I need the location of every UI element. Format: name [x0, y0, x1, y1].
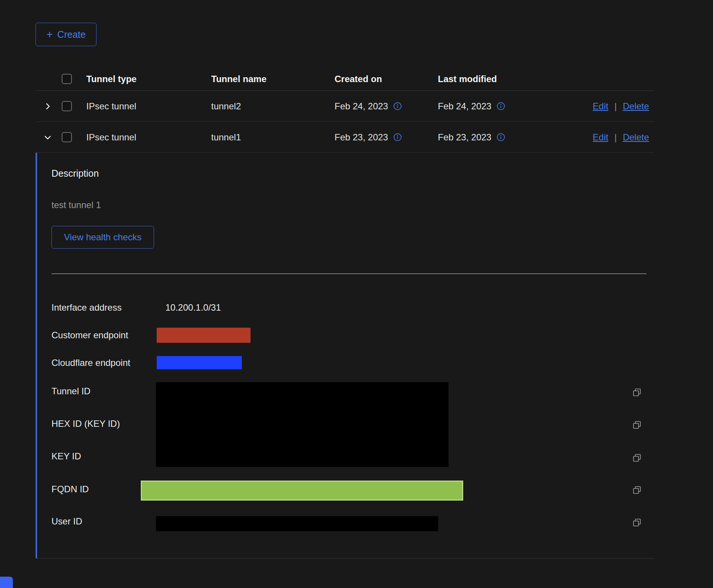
chevron-right-icon: [44, 102, 52, 110]
header-created-on: Created on: [335, 74, 438, 84]
description-label: Description: [51, 167, 99, 179]
copy-icon: [632, 517, 642, 528]
tunnels-table: Tunnel type Tunnel name Created on Last …: [36, 67, 654, 558]
cell-actions: Edit | Delete: [541, 132, 654, 143]
copy-icon: [632, 485, 642, 495]
hex-id-label: HEX ID (KEY ID): [51, 418, 120, 430]
chevron-down-icon: [44, 133, 52, 142]
help-widget-partial[interactable]: [0, 577, 13, 588]
create-button-label: Create: [57, 29, 86, 40]
expand-row-button[interactable]: [36, 102, 60, 110]
key-id-label: KEY ID: [51, 450, 81, 462]
plus-icon: +: [47, 29, 53, 40]
view-health-checks-button[interactable]: View health checks: [51, 226, 154, 249]
cell-tunnel-name: tunnel1: [211, 132, 335, 143]
interface-address-label: Interface address: [51, 302, 121, 314]
customer-endpoint-redacted-value: [157, 328, 251, 343]
copy-icon: [632, 453, 642, 463]
last-modified-value: Feb 23, 2023: [438, 132, 491, 143]
copy-tunnel-id-button[interactable]: [631, 387, 643, 398]
info-icon[interactable]: [497, 133, 505, 142]
actions-separator: |: [614, 101, 616, 112]
copy-hex-id-button[interactable]: [631, 419, 643, 431]
user-id-label: User ID: [51, 515, 82, 527]
table-row: IPsec tunnel tunnel2 Feb 24, 2023 Feb 24…: [36, 91, 654, 122]
tunnel-ids-redacted-value: [156, 382, 448, 467]
row-checkbox[interactable]: [62, 132, 72, 142]
fqdn-id-label: FQDN ID: [51, 483, 89, 495]
created-on-value: Feb 23, 2023: [335, 132, 388, 143]
info-icon[interactable]: [393, 133, 402, 142]
user-id-redacted-value: [156, 516, 438, 531]
cloudflare-endpoint-redacted-value: [157, 356, 242, 369]
cell-created-on: Feb 24, 2023: [335, 101, 438, 112]
copy-user-id-button[interactable]: [631, 517, 643, 528]
cell-last-modified: Feb 24, 2023: [438, 101, 541, 112]
edit-link[interactable]: Edit: [593, 132, 608, 143]
copy-icon: [632, 420, 642, 430]
tunnel-id-label: Tunnel ID: [51, 385, 90, 397]
created-on-value: Feb 24, 2023: [335, 101, 388, 112]
actions-separator: |: [614, 132, 616, 143]
last-modified-value: Feb 24, 2023: [438, 101, 491, 112]
info-icon[interactable]: [393, 102, 402, 110]
cell-created-on: Feb 23, 2023: [335, 132, 438, 143]
row-checkbox[interactable]: [62, 101, 72, 111]
cell-tunnel-type: IPsec tunnel: [86, 101, 211, 112]
customer-endpoint-label: Customer endpoint: [51, 329, 128, 341]
edit-link[interactable]: Edit: [593, 101, 608, 112]
table-header-row: Tunnel type Tunnel name Created on Last …: [36, 67, 654, 91]
copy-fqdn-id-button[interactable]: [631, 484, 643, 496]
table-row: IPsec tunnel tunnel1 Feb 23, 2023 Feb 23…: [36, 122, 654, 153]
cell-last-modified: Feb 23, 2023: [438, 132, 541, 143]
header-tunnel-type: Tunnel type: [86, 74, 211, 84]
section-divider: [51, 274, 646, 274]
select-all-checkbox[interactable]: [62, 74, 72, 84]
create-button[interactable]: + Create: [36, 23, 97, 46]
copy-key-id-button[interactable]: [631, 452, 643, 464]
delete-link[interactable]: Delete: [623, 101, 649, 112]
collapse-row-button[interactable]: [36, 133, 60, 142]
cell-tunnel-type: IPsec tunnel: [86, 132, 211, 143]
delete-link[interactable]: Delete: [623, 132, 649, 143]
copy-icon: [632, 387, 642, 398]
cell-actions: Edit | Delete: [541, 101, 654, 112]
info-icon[interactable]: [497, 102, 505, 110]
interface-address-value: 10.200.1.0/31: [165, 302, 221, 314]
header-last-modified: Last modified: [438, 74, 541, 84]
description-value: test tunnel 1: [51, 199, 101, 211]
fqdn-id-redacted-value: [141, 481, 463, 501]
cell-tunnel-name: tunnel2: [211, 101, 335, 112]
tunnel-detail-panel: Description test tunnel 1 View health ch…: [36, 153, 654, 558]
cloudflare-endpoint-label: Cloudflare endpoint: [51, 357, 130, 369]
header-tunnel-name: Tunnel name: [211, 74, 335, 84]
